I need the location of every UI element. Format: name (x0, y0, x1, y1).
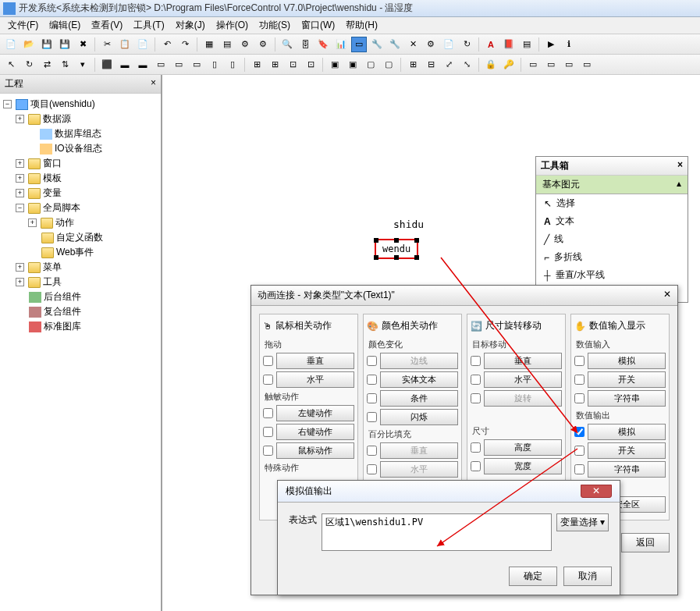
tb-redo-icon[interactable]: ↷ (177, 37, 193, 52)
tb-layer-icon[interactable]: ▣ (327, 57, 343, 73)
menu-tool[interactable]: 工具(T) (129, 17, 169, 34)
tb-tag-icon[interactable]: 🔖 (315, 37, 331, 52)
tb-dropdown-icon[interactable]: ▾ (75, 57, 91, 73)
chk-fh[interactable] (367, 464, 377, 474)
menu-edit[interactable]: 编辑(E) (44, 17, 85, 34)
tree-toggle[interactable]: + (16, 159, 24, 168)
chk-rot[interactable] (471, 393, 481, 403)
tb-align-icon[interactable]: ▯ (207, 57, 222, 73)
tb-align-icon[interactable]: ▬ (135, 57, 151, 73)
tb-expand-icon[interactable]: ⤢ (441, 57, 457, 73)
tb-db-icon[interactable]: 🗄 (297, 37, 313, 52)
tree-item[interactable]: Web事件 (56, 246, 94, 259)
canvas-text-shidu[interactable]: shidu (393, 218, 424, 230)
btn-ostr[interactable]: 字符串 (588, 461, 666, 478)
tb-align-icon[interactable]: ▬ (117, 57, 133, 73)
btn-tv[interactable]: 垂直 (484, 353, 562, 369)
btn-th[interactable]: 水平 (484, 371, 562, 388)
tree-toggle[interactable]: − (16, 204, 24, 212)
chk-sim[interactable] (574, 356, 585, 366)
tb-align-left-icon[interactable]: ⬛ (99, 57, 115, 73)
btn-osim[interactable]: 模拟 (588, 424, 666, 440)
toolbox-item-polyline[interactable]: ⌐多折线 (536, 248, 688, 266)
tb-win-icon[interactable]: ▭ (561, 57, 577, 73)
btn-fh[interactable]: 水平 (380, 461, 458, 478)
tree-item[interactable]: 变量 (43, 186, 62, 200)
chk-rclick[interactable] (263, 427, 273, 437)
tb-close-icon[interactable]: ✖ (75, 37, 91, 52)
tree-item[interactable]: 动作 (55, 216, 74, 229)
canvas-text-wendu-selected[interactable]: wendu (375, 239, 418, 259)
tree-toggle[interactable]: + (16, 278, 24, 286)
chk-ostr[interactable] (574, 464, 585, 474)
tb-dist-icon[interactable]: ⊞ (249, 57, 265, 73)
toolbox[interactable]: 工具箱 × 基本图元▴ ↖选择 A文本 ╱线 ⌐多折线 ┼垂直/水平线 ▭矩形 (535, 156, 688, 303)
chk-str[interactable] (574, 393, 585, 403)
tb-layer-icon[interactable]: ▢ (363, 57, 378, 73)
btn-edge[interactable]: 边线 (380, 353, 458, 369)
tree-item[interactable]: 自定义函数 (56, 231, 103, 244)
tb-undo-icon[interactable]: ↶ (159, 37, 175, 52)
tree-item[interactable]: IO设备组态 (55, 142, 102, 155)
resize-handle[interactable] (394, 255, 399, 260)
btn-rot[interactable]: 旋转 (484, 390, 562, 407)
btn-str[interactable]: 字符串 (588, 390, 666, 407)
tb-layer-icon[interactable]: ▢ (381, 57, 396, 73)
chk-drag-vert[interactable] (263, 356, 273, 366)
chk-mouse[interactable] (263, 446, 273, 456)
tree-toggle[interactable]: − (3, 100, 12, 108)
btn-rclick[interactable]: 右键动作 (276, 424, 354, 440)
toolbox-section[interactable]: 基本图元▴ (536, 176, 688, 194)
tb-align-icon[interactable]: ▭ (153, 57, 169, 73)
chk-lclick[interactable] (263, 408, 273, 418)
tree-item[interactable]: 后台组件 (44, 290, 81, 304)
tree-item[interactable]: 窗口 (43, 157, 62, 170)
btn-cond[interactable]: 条件 (380, 390, 458, 407)
tb-doc-icon[interactable]: 📄 (441, 37, 457, 52)
chk-tv[interactable] (471, 356, 481, 366)
tb-paste-icon[interactable]: 📄 (135, 37, 151, 52)
tree-toggle[interactable]: + (16, 189, 24, 197)
btn-fv[interactable]: 垂直 (380, 442, 458, 459)
tb-open-icon[interactable]: 📂 (21, 37, 37, 52)
tb-run-icon[interactable]: ▶ (543, 37, 559, 52)
tb-cross-icon[interactable]: ✕ (405, 37, 421, 52)
menu-operate[interactable]: 操作(O) (211, 17, 253, 34)
sidebar-close-icon[interactable]: × (151, 77, 156, 91)
btn-osw[interactable]: 开关 (588, 442, 666, 459)
menu-view[interactable]: 查看(V) (87, 17, 127, 34)
chk-cond[interactable] (367, 393, 377, 403)
btn-cancel[interactable]: 取消 (563, 567, 612, 586)
close-button[interactable]: ✕ (581, 485, 612, 498)
tree-item[interactable]: 数据库组态 (55, 127, 101, 140)
tb-new-icon[interactable]: 📄 (3, 37, 19, 52)
menu-help[interactable]: 帮助(H) (341, 17, 382, 34)
menu-function[interactable]: 功能(S) (254, 17, 295, 34)
tb-win-icon[interactable]: ▭ (543, 57, 559, 73)
tb-swap-icon[interactable]: ⇄ (39, 57, 55, 73)
tree-item[interactable]: 菜单 (43, 261, 62, 274)
chk-width[interactable] (471, 461, 481, 471)
close-icon[interactable]: ✕ (663, 289, 671, 302)
menu-object[interactable]: 对象(J) (171, 17, 210, 34)
expression-input[interactable] (322, 513, 552, 551)
tb-align-icon[interactable]: ▯ (225, 57, 240, 73)
collapse-icon[interactable]: ▴ (677, 178, 681, 189)
chk-solid[interactable] (367, 375, 377, 385)
toolbox-item-select[interactable]: ↖选择 (536, 194, 688, 212)
tb-tool-icon[interactable]: ⚙ (255, 37, 271, 52)
tb-layer-icon[interactable]: ▣ (345, 57, 361, 73)
chk-th[interactable] (471, 375, 481, 385)
close-icon[interactable]: × (677, 159, 683, 172)
tb-grid-icon[interactable]: ▦ (201, 37, 217, 52)
chk-sw[interactable] (574, 375, 585, 385)
tb-active-icon[interactable]: ▭ (351, 37, 367, 52)
tree-item[interactable]: 工具 (43, 275, 62, 289)
toolbox-item-text[interactable]: A文本 (536, 212, 688, 230)
chk-edge[interactable] (367, 356, 377, 366)
tb-wrench-icon[interactable]: 🔧 (387, 37, 403, 52)
chk-blink[interactable] (367, 412, 377, 422)
tb-collapse-icon[interactable]: ⤡ (459, 57, 474, 73)
btn-drag-horz[interactable]: 水平 (276, 371, 354, 388)
tb-dist-icon[interactable]: ⊡ (285, 57, 300, 73)
